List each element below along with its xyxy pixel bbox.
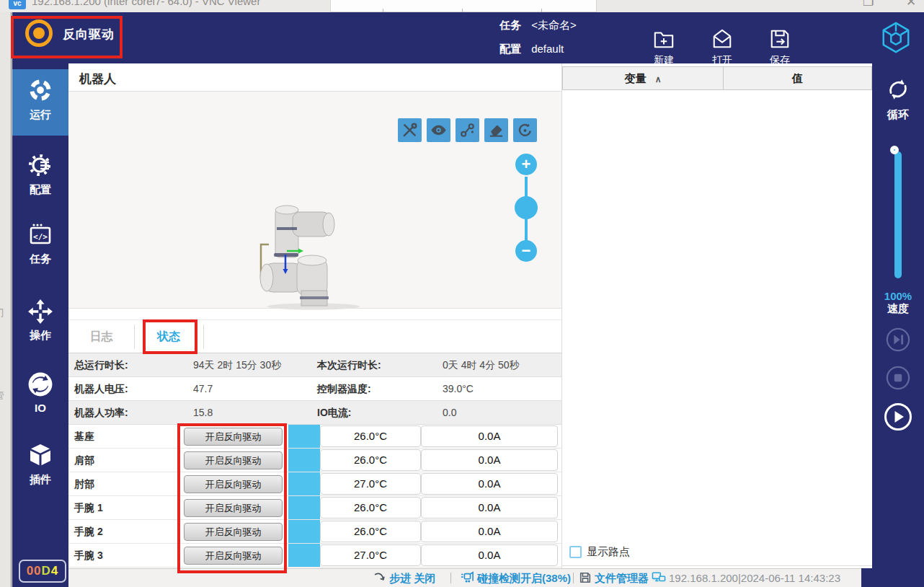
sidebar-item-config[interactable]: 配置 — [12, 144, 68, 211]
status-code-badge: 00D4 — [19, 560, 66, 583]
joint-name: 肩部 — [74, 454, 94, 467]
maximize-button[interactable]: ❐ — [863, 0, 874, 9]
stop-icon — [886, 366, 910, 390]
sidebar-item-label: 配置 — [12, 183, 68, 197]
loop-label: 循环 — [872, 108, 924, 122]
open-file-icon — [711, 28, 733, 50]
run-target-icon — [28, 78, 53, 105]
joint-current: 0.0A — [421, 497, 558, 518]
joint-temperature: 26.0°C — [320, 497, 421, 518]
sidebar-item-io[interactable]: IO — [12, 363, 68, 429]
stat-label: 总运行时长: — [74, 359, 128, 372]
cube-icon — [28, 443, 53, 469]
badge-digits: 00 — [27, 564, 42, 578]
zoom-out-button[interactable]: − — [515, 240, 537, 262]
sidebar-item-plugin[interactable]: 插件 — [12, 434, 68, 500]
enable-reverse-drive-button[interactable]: 开启反向驱动 — [184, 523, 283, 541]
show-waypoints-checkbox[interactable] — [569, 546, 582, 558]
view-tools-button[interactable] — [398, 118, 422, 142]
reverse-drive-icon-core — [33, 27, 45, 39]
reverse-drive-label: 反向驱动 — [63, 26, 115, 43]
value-column-header[interactable]: 值 — [723, 66, 872, 90]
enable-reverse-drive-button[interactable]: 开启反向驱动 — [184, 451, 283, 469]
step-mode-status[interactable]: 步进 关闭 — [389, 572, 435, 586]
joint-name: 肘部 — [74, 478, 94, 491]
table-row: 手腕 1 开启反向驱动 26.0°C 0.0A — [68, 496, 561, 520]
vnc-titlebar: vc 192.168.1.200 (inter corei7- 64.0) - … — [0, 0, 924, 12]
file-manager-link[interactable]: 文件管理器 — [595, 572, 649, 586]
joint-current: 0.0A — [421, 449, 558, 471]
reverse-drive-button[interactable]: 反向驱动 — [18, 19, 126, 56]
sidebar-item-task[interactable]: </> 任务 — [12, 213, 68, 280]
joint-temperature: 26.0°C — [320, 521, 421, 542]
path-nodes-icon — [459, 122, 476, 138]
loop-button[interactable] — [884, 76, 912, 103]
variables-column-header[interactable]: 变量 ∧ — [562, 66, 724, 90]
speed-slider-handle[interactable] — [890, 146, 899, 154]
joint-load-bar — [288, 425, 320, 448]
code-window-icon: </> — [28, 222, 53, 249]
tab-status[interactable]: 状态 — [135, 320, 203, 353]
stop-button[interactable] — [886, 366, 910, 390]
play-icon — [884, 402, 912, 431]
table-row: 手腕 3 开启反向驱动 27.0°C 0.0A — [68, 544, 561, 568]
joint-temperature: 26.0°C — [320, 425, 421, 447]
app-header: 反向驱动 任务 <未命名> 配置 default 新建 打开 — [12, 12, 924, 63]
view-path-button[interactable] — [456, 118, 479, 142]
joint-name: 手腕 3 — [74, 550, 103, 562]
variables-panel: 变量 ∧ 值 显示路点 — [562, 63, 872, 568]
file-manager-icon — [579, 571, 592, 584]
left-sidebar: 运行 配置 </> 任务 — [12, 63, 68, 587]
view-visibility-button[interactable] — [427, 118, 450, 142]
joint-load-bar — [288, 544, 320, 567]
tools-icon — [401, 122, 418, 138]
enable-reverse-drive-button[interactable]: 开启反向驱动 — [184, 428, 283, 446]
table-row: 基座 开启反向驱动 26.0°C 0.0A — [68, 425, 561, 449]
play-button[interactable] — [884, 402, 912, 431]
speed-slider-track[interactable] — [894, 151, 902, 278]
save-task-button[interactable]: 保存 — [757, 28, 803, 67]
sidebar-item-label: 插件 — [12, 473, 68, 487]
table-row: 肩部 开启反向驱动 26.0°C 0.0A — [68, 449, 561, 472]
joint-current: 0.0A — [421, 544, 558, 566]
badge-digits: D — [42, 564, 51, 578]
statusbar-divider — [573, 573, 574, 583]
table-row: 肘部 开启反向驱动 27.0°C 0.0A — [68, 472, 561, 496]
joint-current: 0.0A — [421, 521, 558, 542]
zoom-slider-handle[interactable] — [515, 196, 538, 219]
new-task-button[interactable]: 新建 — [641, 28, 687, 67]
open-task-button[interactable]: 打开 — [699, 28, 745, 67]
task-label: 任务 — [499, 19, 521, 31]
sidebar-item-operate[interactable]: 操作 — [12, 290, 68, 356]
stat-value: 39.0°C — [443, 383, 474, 394]
statusbar-corner-fill — [861, 568, 924, 587]
vnc-app-icon: vc — [9, 0, 26, 9]
view-eraser-button[interactable] — [484, 118, 508, 142]
rotate-icon — [517, 122, 533, 138]
sidebar-item-label: 运行 — [12, 108, 68, 122]
close-button[interactable]: ✕ — [906, 0, 916, 9]
step-mode-icon — [373, 571, 386, 584]
vnc-toolbar-tab[interactable] — [330, 0, 597, 12]
joint-current: 0.0A — [421, 473, 558, 495]
collision-detect-status[interactable]: 碰撞检测开启(38%) — [477, 572, 571, 586]
sidebar-item-label: 任务 — [12, 252, 68, 266]
enable-reverse-drive-button[interactable]: 开启反向驱动 — [184, 475, 283, 493]
robot-arm-image — [245, 182, 375, 312]
zoom-in-button[interactable]: + — [515, 154, 537, 175]
tab-log[interactable]: 日志 — [68, 320, 134, 353]
log-status-tabbar: 日志 状态 — [68, 319, 561, 353]
joint-load-bar — [288, 449, 320, 472]
config-value: default — [531, 43, 564, 55]
panel-divider — [562, 565, 872, 566]
step-forward-button[interactable] — [886, 327, 910, 352]
speed-percent: 100% — [872, 290, 924, 302]
robot-3d-viewport[interactable]: + − — [68, 91, 561, 309]
view-reset-rotate-button[interactable] — [513, 118, 537, 142]
step-forward-icon — [886, 327, 910, 352]
show-waypoints-label: 显示路点 — [587, 545, 630, 559]
sidebar-item-run[interactable]: 运行 — [12, 69, 68, 136]
enable-reverse-drive-button[interactable]: 开启反向驱动 — [184, 547, 283, 565]
variables-list-empty — [563, 90, 871, 544]
enable-reverse-drive-button[interactable]: 开启反向驱动 — [184, 499, 283, 517]
